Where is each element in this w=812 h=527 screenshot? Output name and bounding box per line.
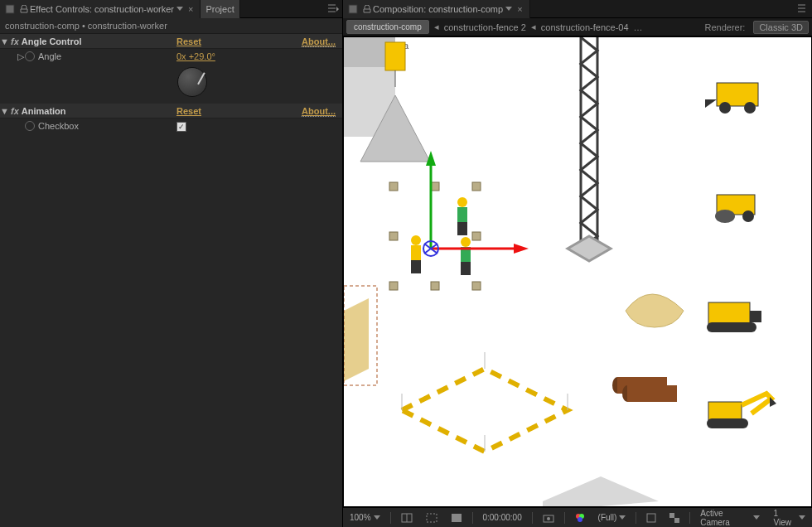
composition-tab[interactable]: Composition: construction-comp × — [343, 0, 530, 18]
svg-rect-36 — [750, 311, 761, 322]
lock-icon[interactable] — [20, 5, 28, 13]
vehicle-excavator — [707, 394, 776, 428]
svg-rect-45 — [431, 282, 439, 290]
panel-icon — [348, 4, 358, 14]
breadcrumb: construction-comp • construction-worker — [0, 18, 342, 34]
svg-rect-65 — [427, 514, 437, 522]
stopwatch-icon[interactable] — [25, 121, 35, 131]
svg-rect-38 — [707, 418, 748, 428]
property-name: Checkbox — [38, 121, 176, 131]
svg-rect-51 — [411, 245, 421, 260]
svg-rect-41 — [472, 182, 481, 191]
svg-point-71 — [578, 517, 582, 522]
svg-rect-72 — [647, 514, 655, 522]
nav-prev-icon[interactable]: ◂ — [434, 22, 439, 32]
angle-dial[interactable] — [177, 67, 207, 97]
vehicle-bulldozer — [707, 302, 761, 332]
about-link[interactable]: About... — [302, 36, 336, 47]
lock-icon[interactable] — [363, 5, 371, 13]
effect-name: Angle Control — [22, 36, 176, 46]
tab-title: Effect Controls: construction-worker — [30, 4, 174, 14]
svg-rect-35 — [707, 322, 756, 332]
svg-rect-46 — [472, 282, 481, 290]
svg-rect-73 — [669, 513, 674, 518]
property-row-checkbox: ▷ Checkbox ✓ — [0, 118, 342, 133]
more-indicator: … — [634, 22, 643, 32]
close-tab-button[interactable]: × — [515, 4, 524, 14]
roi-icon[interactable] — [643, 512, 660, 524]
effect-controls-panel: Effect Controls: construction-worker × P… — [0, 0, 343, 527]
composition-viewer[interactable]: Active Camera — [343, 36, 812, 507]
effect-controls-tab[interactable]: Effect Controls: construction-worker × — [0, 0, 201, 18]
twirl-down-icon[interactable]: ▼ — [0, 106, 8, 116]
composition-nav-bar: construction-comp ◂ construction-fence 2… — [343, 18, 812, 36]
mask-toggle-icon[interactable] — [447, 512, 466, 524]
renderer-label: Renderer: — [705, 22, 746, 32]
close-tab-button[interactable]: × — [186, 4, 195, 14]
effect-name: Animation — [22, 106, 176, 116]
chevron-down-icon[interactable] — [176, 7, 183, 11]
twirl-right-icon[interactable]: ▷ — [17, 51, 25, 62]
comp-tab-other[interactable]: construction-fence-04 — [541, 22, 629, 32]
checkbox-input[interactable]: ✓ — [176, 122, 186, 132]
resolution-dropdown[interactable]: (Full) — [595, 512, 630, 523]
about-link[interactable]: About... — [302, 106, 336, 117]
svg-rect-21 — [627, 385, 677, 402]
svg-point-68 — [547, 517, 550, 520]
svg-rect-42 — [389, 232, 398, 240]
comp-tab-other[interactable]: construction-fence 2 — [444, 22, 526, 32]
composition-tab-title: Composition: construction-comp — [373, 4, 503, 14]
res-half-icon[interactable] — [398, 512, 416, 524]
svg-rect-34 — [708, 302, 750, 324]
svg-rect-52 — [411, 260, 421, 273]
reset-link[interactable]: Reset — [176, 106, 201, 116]
svg-rect-44 — [389, 282, 398, 290]
effect-header-animation[interactable]: ▼ fx Animation Reset About... — [0, 104, 342, 118]
svg-rect-13 — [385, 42, 405, 70]
vehicle-loader — [705, 83, 758, 114]
reset-link[interactable]: Reset — [176, 36, 201, 46]
fx-badge: fx — [11, 36, 19, 46]
svg-marker-12 — [568, 236, 611, 261]
property-name: Angle — [38, 51, 176, 61]
twirl-down-icon[interactable]: ▼ — [0, 36, 8, 46]
views-dropdown[interactable]: 1 View — [770, 508, 809, 528]
viewer-toolbar: 100% 0:00:00:00 (Full) Active Camera 1 V… — [343, 507, 812, 527]
vehicle-roller — [715, 195, 755, 223]
svg-rect-4 — [349, 5, 357, 13]
svg-rect-49 — [457, 222, 467, 235]
chevron-down-icon[interactable] — [505, 7, 512, 11]
fx-badge: fx — [11, 106, 19, 116]
svg-point-47 — [457, 197, 467, 207]
comp-tab-active[interactable]: construction-comp — [346, 20, 429, 34]
svg-rect-37 — [708, 402, 742, 420]
panel-menu-icon[interactable] — [797, 3, 809, 13]
svg-point-30 — [744, 102, 756, 114]
timecode-display[interactable]: 0:00:00:00 — [479, 512, 524, 523]
scene-canvas — [344, 37, 812, 506]
svg-rect-43 — [472, 232, 481, 240]
svg-point-29 — [719, 102, 731, 114]
svg-rect-39 — [389, 182, 398, 191]
svg-marker-16 — [344, 298, 369, 381]
viewer-container: Active Camera — [343, 36, 812, 527]
left-tab-bar: Effect Controls: construction-worker × P… — [0, 0, 342, 18]
svg-point-53 — [461, 237, 471, 247]
grid-icon[interactable] — [423, 512, 441, 524]
stopwatch-icon[interactable] — [25, 51, 35, 61]
effect-header-angle-control[interactable]: ▼ fx Angle Control Reset About... — [0, 34, 342, 49]
transparency-grid-icon[interactable] — [666, 512, 683, 524]
project-tab-label: Project — [205, 4, 234, 14]
right-tab-bar: Composition: construction-comp × — [343, 0, 812, 18]
project-tab[interactable]: Project — [201, 0, 239, 18]
panel-menu-icon[interactable] — [327, 3, 339, 13]
nav-prev-icon[interactable]: ◂ — [531, 22, 536, 32]
angle-value[interactable]: 0x +29.0° — [176, 51, 215, 61]
zoom-dropdown[interactable]: 100% — [346, 512, 384, 523]
camera-dropdown[interactable]: Active Camera — [697, 508, 763, 528]
snapshot-icon[interactable] — [539, 512, 558, 524]
renderer-dropdown[interactable]: Classic 3D — [753, 21, 809, 34]
svg-point-33 — [742, 210, 754, 222]
svg-rect-0 — [6, 5, 14, 13]
channel-icon[interactable] — [572, 512, 588, 524]
